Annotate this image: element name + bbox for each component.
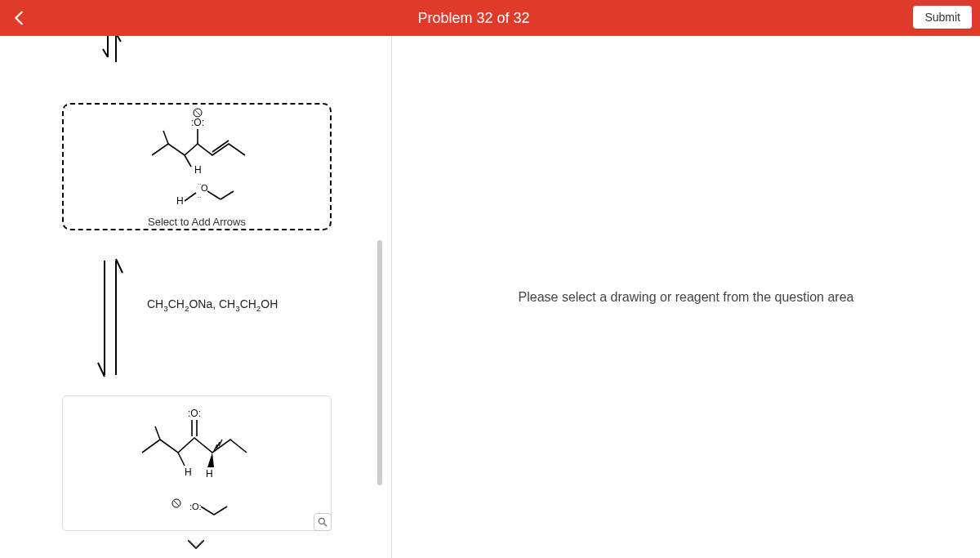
svg-line-36: [324, 524, 327, 527]
select-hint-text: Select to Add Arrows: [148, 216, 246, 228]
svg-text::O:: :O:: [191, 117, 204, 128]
svg-text:H: H: [176, 195, 184, 207]
svg-text:H: H: [185, 466, 192, 478]
svg-marker-25: [207, 453, 214, 467]
reagent-label: CH3CH2ONa, CH3CH2OH: [147, 297, 278, 313]
chevron-down-icon: [187, 539, 205, 551]
structure-2-svg: :O: H H: [119, 402, 274, 525]
zoom-button[interactable]: [314, 513, 332, 531]
scrollbar[interactable]: [377, 240, 382, 485]
page-title: Problem 32 of 32: [417, 10, 529, 27]
svg-text:..: ..: [198, 179, 201, 186]
svg-line-3: [195, 110, 200, 115]
structure-1-svg: :O: H H O .. ..: [127, 108, 266, 214]
equilibrium-arrow: [88, 252, 137, 383]
svg-line-7: [185, 155, 191, 167]
svg-text::O:: :O:: [188, 408, 201, 419]
svg-point-35: [318, 518, 324, 524]
back-button[interactable]: [5, 3, 34, 33]
structure-card-selected[interactable]: :O: H H O .. .. Select to Add: [62, 103, 332, 230]
equilibrium-arrow-top: [98, 36, 131, 65]
svg-line-31: [174, 501, 179, 506]
svg-line-22: [155, 426, 160, 440]
structure-card-2[interactable]: :O: H H: [62, 395, 332, 531]
app-header: Problem 32 of 32 Submit: [0, 0, 980, 36]
svg-text:O: O: [201, 183, 208, 193]
question-panel: :O: H H O .. .. Select to Add: [0, 36, 392, 558]
svg-line-16: [220, 191, 234, 199]
svg-line-33: [201, 507, 214, 515]
arrow-left-icon: [11, 9, 29, 27]
answer-panel: Please select a drawing or reagent from …: [392, 36, 980, 558]
svg-line-15: [207, 191, 220, 199]
svg-line-34: [214, 507, 227, 515]
submit-button[interactable]: Submit: [913, 6, 972, 29]
svg-text::O:: :O:: [189, 502, 202, 511]
svg-text:H: H: [194, 164, 202, 176]
svg-text:H: H: [206, 468, 213, 480]
svg-text:..: ..: [198, 192, 201, 199]
answer-placeholder: Please select a drawing or reagent from …: [519, 290, 854, 305]
svg-line-23: [178, 453, 185, 466]
scroll-down-button[interactable]: [184, 537, 208, 553]
magnify-icon: [317, 516, 328, 528]
svg-line-11: [185, 193, 196, 201]
svg-line-6: [163, 131, 168, 144]
